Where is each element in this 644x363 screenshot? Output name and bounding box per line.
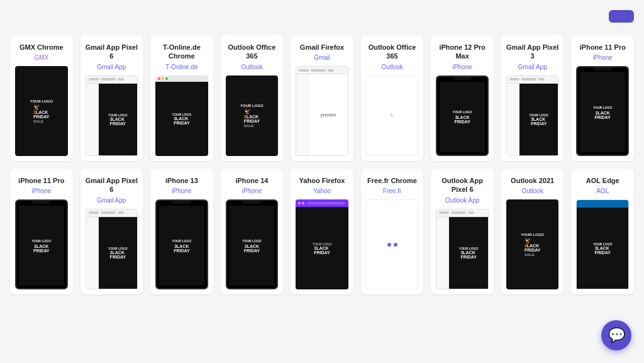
device-grid-row1: GMX ChromeGMX YOUR LOGO 🦅 3LACK FRIDAY S… xyxy=(10,35,634,161)
card-preview: YOUR LOGO 3LACKFRIDAY xyxy=(436,75,489,156)
card-preview: YOUR LOGO 3LACKFRIDAY xyxy=(155,199,208,289)
card-title: iPhone 11 Pro xyxy=(580,43,626,52)
card-subtitle: Gmail xyxy=(314,54,330,61)
card-subtitle: iPhone xyxy=(31,187,51,194)
device-card[interactable]: iPhone 11 ProiPhone YOUR LOGO 3LACKFRIDA… xyxy=(10,169,73,294)
card-subtitle: AOL xyxy=(596,187,609,194)
card-title: Yahoo Firefox xyxy=(299,176,345,185)
device-card[interactable]: GMX ChromeGMX YOUR LOGO 🦅 3LACK FRIDAY S… xyxy=(10,35,73,161)
card-title: Outlook Office 365 xyxy=(226,43,279,61)
card-subtitle: Outlook App xyxy=(445,197,479,204)
device-card[interactable]: Gmail App Pixel 6Gmail App YOUR LOGO 3LA… xyxy=(80,169,143,294)
back-to-send-button[interactable] xyxy=(609,10,634,23)
card-preview: YOUR LOGO 3LACKFRIDAY xyxy=(296,199,348,289)
card-preview: YOUR LOGO 3LACKFRIDAY xyxy=(86,209,138,289)
device-card[interactable]: Gmail App Pixel 6Gmail App YOUR LOGO 3LA… xyxy=(80,35,143,161)
device-card[interactable]: Yahoo FirefoxYahoo YOUR LOGO 3LACKFRIDAY xyxy=(291,169,353,294)
card-subtitle: Outlook xyxy=(241,64,262,70)
chat-icon: 💬 xyxy=(608,327,625,343)
card-title: Gmail App Pixel 3 xyxy=(506,43,559,61)
card-preview xyxy=(366,199,419,289)
device-card[interactable]: AOL EdgeAOL YOUR LOGO 3LACKFRIDAY xyxy=(571,169,634,294)
card-subtitle: Free.fr xyxy=(383,187,401,194)
card-title: GMX Chrome xyxy=(19,43,64,52)
card-subtitle: T-Online.de xyxy=(165,64,198,70)
device-grid-row2: iPhone 11 ProiPhone YOUR LOGO 3LACKFRIDA… xyxy=(10,169,634,294)
card-title: iPhone 13 xyxy=(165,176,198,185)
card-title: AOL Edge xyxy=(586,176,619,185)
card-preview: YOUR LOGO 🦅 3LACK FRIDAY SALE xyxy=(506,199,559,289)
card-subtitle: Gmail App xyxy=(97,197,126,204)
card-title: Gmail App Pixel 6 xyxy=(86,176,138,194)
card-preview: YOUR LOGO 🦅 3LACK FRIDAY SALE xyxy=(15,66,68,156)
device-card[interactable]: Gmail App Pixel 3Gmail App YOUR LOGO 3LA… xyxy=(501,35,564,161)
card-preview: ⛷ xyxy=(366,75,419,156)
card-subtitle: iPhone xyxy=(172,187,191,194)
card-preview: YOUR LOGO 3LACKFRIDAY xyxy=(576,199,629,289)
card-preview: preview xyxy=(296,66,348,156)
card-title: Free.fr Chrome xyxy=(367,176,417,185)
device-card[interactable]: iPhone 14iPhone YOUR LOGO 3LACKFRIDAY xyxy=(221,169,284,294)
card-subtitle: Outlook xyxy=(381,64,402,70)
card-title: Outlook App Pixel 6 xyxy=(436,176,489,194)
device-card[interactable]: Outlook Office 365Outlook⛷ xyxy=(361,35,424,161)
card-title: Gmail App Pixel 6 xyxy=(86,43,138,61)
card-title: Outlook 2021 xyxy=(511,176,554,185)
card-subtitle: GMX xyxy=(34,54,48,61)
card-title: T-Online.de Chrome xyxy=(155,43,208,61)
card-subtitle: iPhone xyxy=(242,187,262,194)
card-title: Gmail Firefox xyxy=(300,43,344,52)
device-card[interactable]: Gmail FirefoxGmail preview xyxy=(291,35,353,161)
card-preview: YOUR LOGO 3LACKFRIDAY xyxy=(576,66,629,156)
card-preview: YOUR LOGO 3LACKFRIDAY xyxy=(436,209,489,289)
card-title: iPhone 11 Pro xyxy=(18,176,64,185)
card-subtitle: Gmail App xyxy=(518,64,547,70)
card-subtitle: Outlook xyxy=(521,187,543,194)
card-title: iPhone 14 xyxy=(235,176,268,185)
device-card[interactable]: T-Online.de ChromeT-Online.de YOUR LOGO … xyxy=(150,35,213,161)
device-card[interactable]: iPhone 13iPhone YOUR LOGO 3LACKFRIDAY xyxy=(150,169,213,294)
card-title: Outlook Office 365 xyxy=(366,43,419,61)
device-card[interactable]: Outlook App Pixel 6Outlook App YOUR LOGO… xyxy=(431,169,494,294)
device-card[interactable]: Free.fr ChromeFree.fr xyxy=(361,169,424,294)
device-card[interactable]: Outlook 2021Outlook YOUR LOGO 🦅 3LACK FR… xyxy=(501,169,564,294)
card-preview: YOUR LOGO 3LACKFRIDAY xyxy=(86,75,138,156)
card-subtitle: Gmail App xyxy=(97,64,126,70)
card-preview: YOUR LOGO 3LACKFRIDAY xyxy=(506,75,559,156)
card-title: iPhone 12 Pro Max xyxy=(436,43,489,61)
card-subtitle: iPhone xyxy=(453,64,472,70)
device-card[interactable]: iPhone 12 Pro MaxiPhone YOUR LOGO 3LACKF… xyxy=(431,35,494,161)
chat-fab[interactable]: 💬 xyxy=(601,320,631,350)
device-card[interactable]: Outlook Office 365Outlook YOUR LOGO 🦅 3L… xyxy=(221,35,284,161)
card-preview: YOUR LOGO 3LACKFRIDAY xyxy=(226,199,279,289)
card-preview: YOUR LOGO 3LACKFRIDAY xyxy=(15,199,68,289)
card-preview: YOUR LOGO 3LACKFRIDAY xyxy=(155,75,208,156)
card-preview: YOUR LOGO 🦅 3LACK FRIDAY SALE xyxy=(226,75,279,156)
card-subtitle: iPhone xyxy=(593,54,613,61)
card-subtitle: Yahoo xyxy=(313,187,331,194)
device-card[interactable]: iPhone 11 ProiPhone YOUR LOGO 3LACKFRIDA… xyxy=(571,35,634,161)
